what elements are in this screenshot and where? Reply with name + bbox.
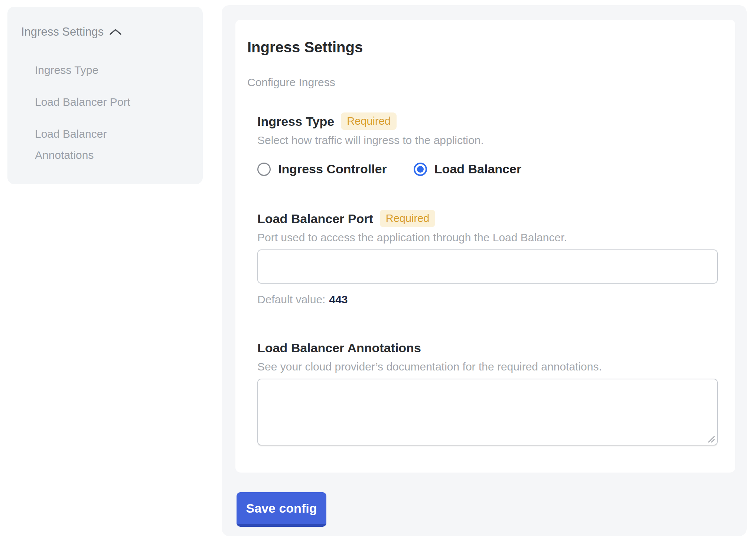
ingress-settings-card: Ingress Settings Configure Ingress Ingre… [235,20,735,473]
sidebar-item-ingress-type[interactable]: Ingress Type [21,59,144,81]
field-description: Select how traffic will ingress to the a… [257,133,718,148]
fields-container: Ingress Type Required Select how traffic… [257,112,718,445]
load-balancer-annotations-textarea[interactable] [257,379,718,445]
default-value-line: Default value:443 [257,293,718,307]
sidebar-item-load-balancer-port[interactable]: Load Balancer Port [21,91,144,112]
default-value-label: Default value: [257,293,325,306]
field-load-balancer-annotations: Load Balancer Annotations See your cloud… [257,339,718,445]
default-value: 443 [329,293,348,306]
field-load-balancer-port: Load Balancer Port Required Port used to… [257,210,718,307]
resize-handle-icon[interactable] [707,435,716,443]
radio-ingress-controller[interactable]: Ingress Controller [257,162,387,176]
radio-label: Load Balancer [434,162,521,176]
field-label-row: Load Balancer Annotations [257,339,718,356]
required-badge: Required [341,112,397,130]
field-label-load-balancer-annotations: Load Balancer Annotations [257,339,421,356]
field-label-load-balancer-port: Load Balancer Port [257,210,373,227]
field-label-row: Load Balancer Port Required [257,210,718,227]
field-description: Port used to access the application thro… [257,230,718,245]
page-subtitle: Configure Ingress [247,75,718,89]
field-label-ingress-type: Ingress Type [257,113,334,130]
sidebar-group-ingress-settings[interactable]: Ingress Settings [21,24,189,39]
radio-button-icon[interactable] [414,163,427,176]
ingress-type-radio-group: Ingress Controller Load Balancer [257,162,718,176]
sidebar-item-list: Ingress Type Load Balancer Port Load Bal… [21,59,144,166]
settings-nav-sidebar: Ingress Settings Ingress Type Load Balan… [7,7,203,184]
radio-load-balancer[interactable]: Load Balancer [414,162,521,176]
field-label-row: Ingress Type Required [257,112,718,130]
save-config-button[interactable]: Save config [237,492,326,527]
radio-button-icon[interactable] [257,163,271,176]
screen: Ingress Settings Ingress Type Load Balan… [0,0,756,539]
sidebar-item-load-balancer-annotations[interactable]: Load Balancer Annotations [21,123,144,166]
field-description: See your cloud provider’s documentation … [257,359,718,374]
annotations-textarea-wrap [257,379,718,445]
page-title: Ingress Settings [247,38,718,56]
sidebar-group-label: Ingress Settings [21,24,104,39]
required-badge: Required [380,210,436,227]
load-balancer-port-input[interactable] [257,249,718,284]
main-panel: Ingress Settings Configure Ingress Ingre… [222,5,747,536]
radio-label: Ingress Controller [278,162,387,176]
chevron-up-icon [109,28,122,37]
field-ingress-type: Ingress Type Required Select how traffic… [257,112,718,176]
